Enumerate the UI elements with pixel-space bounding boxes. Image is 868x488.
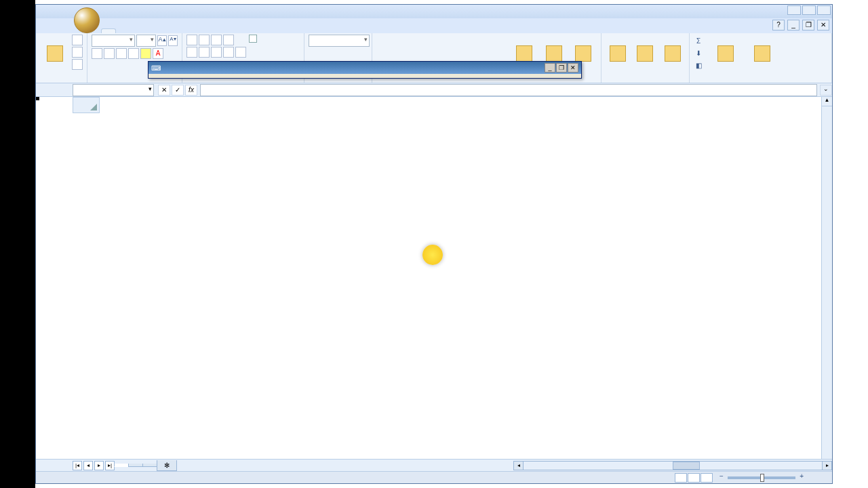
status-right (671, 473, 795, 483)
indent-inc-icon[interactable] (235, 47, 246, 58)
font-color-icon[interactable]: A (153, 48, 163, 59)
hscroll-track[interactable] (524, 462, 822, 470)
cut-icon[interactable] (72, 35, 83, 45)
format-painter-icon[interactable] (72, 59, 83, 70)
clear-button[interactable]: ◧ (694, 59, 706, 71)
shrink-font-icon[interactable]: A▾ (168, 35, 178, 46)
ribbon-window-controls: ? _ ❐ ✕ (772, 20, 829, 30)
office-button[interactable] (74, 7, 100, 33)
align-center-icon[interactable] (199, 47, 210, 58)
ribbon-close-button[interactable]: ✕ (817, 20, 829, 30)
osk-close-button[interactable]: ✕ (568, 63, 578, 73)
maximize-button[interactable] (802, 5, 816, 15)
ribbon-minimize-button[interactable]: _ (787, 20, 800, 30)
osk-minimize-button[interactable]: _ (545, 63, 555, 73)
osk-titlebar[interactable]: ⌨ _ ❐ ✕ (149, 62, 581, 74)
sheet-tab-2[interactable] (128, 464, 143, 467)
grow-font-icon[interactable]: A▴ (157, 35, 167, 46)
worksheet-grid[interactable]: ▲ (36, 97, 832, 468)
sheet-nav: |◂ ◂ ▸ ▸| (73, 461, 115, 470)
formula-bar[interactable] (200, 84, 817, 96)
cancel-formula-icon[interactable]: ✕ (158, 85, 170, 96)
sheet-prev-icon[interactable]: ◂ (83, 461, 93, 470)
minimize-button[interactable] (787, 5, 801, 15)
sigma-icon: Σ (694, 36, 703, 45)
tab-home[interactable] (101, 28, 116, 33)
help-button[interactable]: ? (772, 20, 785, 30)
new-sheet-tab[interactable]: ✻ (157, 460, 177, 471)
sort-icon (717, 45, 734, 62)
scroll-up-icon[interactable]: ▲ (822, 97, 832, 106)
border-icon[interactable] (128, 48, 139, 59)
font-name-combo[interactable] (92, 35, 135, 47)
hscroll-thumb[interactable] (673, 462, 700, 470)
styles-icon (575, 45, 591, 62)
zoom-slider[interactable] (728, 476, 795, 479)
sheet-next-icon[interactable]: ▸ (94, 461, 104, 470)
formula-bar-row: ✕ ✓ fx ⌄ (36, 83, 832, 97)
sheet-tab-1[interactable] (114, 464, 129, 467)
ribbon-tabs (36, 18, 832, 33)
wrap-text-checkbox[interactable] (249, 35, 259, 43)
sheet-tab-3[interactable] (142, 464, 157, 467)
delete-cells-button[interactable] (633, 35, 657, 73)
align-middle-icon[interactable] (199, 35, 210, 45)
find-icon (754, 45, 770, 62)
osk-maximize-button[interactable]: ❐ (556, 63, 567, 73)
scroll-right-icon[interactable]: ▸ (822, 462, 831, 470)
osk-window-controls: _ ❐ ✕ (545, 63, 578, 73)
titlebar: ▾ (36, 5, 832, 18)
paste-icon (47, 45, 63, 62)
eraser-icon: ◧ (694, 60, 703, 70)
view-normal-icon[interactable] (675, 473, 687, 483)
copy-icon[interactable] (72, 47, 83, 58)
sort-filter-button[interactable] (709, 35, 743, 73)
group-editing: Σ ⬇ ◧ (690, 33, 832, 83)
align-left-icon[interactable] (186, 47, 197, 58)
on-screen-keyboard-window[interactable]: ⌨ _ ❐ ✕ (148, 61, 582, 79)
formula-bar-expand-icon[interactable]: ⌄ (820, 85, 832, 96)
osk-app-icon: ⌨ (151, 64, 161, 72)
ribbon-restore-button[interactable]: ❐ (802, 20, 814, 30)
view-layout-icon[interactable] (688, 473, 700, 483)
find-select-button[interactable] (745, 35, 779, 73)
paste-button[interactable] (40, 35, 69, 73)
formula-buttons: ✕ ✓ fx (158, 85, 197, 96)
vertical-scrollbar[interactable]: ▲ (821, 97, 832, 468)
italic-button[interactable] (104, 48, 115, 59)
insert-cells-button[interactable] (606, 35, 630, 73)
horizontal-scrollbar[interactable]: ◂ ▸ (513, 461, 832, 470)
align-top-icon[interactable] (186, 35, 197, 45)
autosum-button[interactable]: Σ (694, 35, 706, 47)
video-letterbox-left (0, 0, 35, 488)
sheet-first-icon[interactable]: |◂ (73, 461, 82, 470)
checkbox-icon (249, 35, 257, 43)
cf-icon (516, 45, 532, 62)
font-size-combo[interactable] (136, 35, 156, 47)
name-box[interactable] (73, 84, 154, 96)
active-cell-selection (36, 97, 39, 100)
zoom-thumb[interactable] (760, 474, 764, 482)
orientation-icon[interactable] (223, 35, 234, 45)
format-cells-button[interactable] (660, 35, 685, 73)
sheet-tab-bar: |◂ ◂ ▸ ▸| ✻ ◂ ▸ (36, 459, 832, 471)
align-bottom-icon[interactable] (211, 35, 222, 45)
view-break-icon[interactable] (701, 473, 713, 483)
bold-button[interactable] (92, 48, 102, 59)
close-button[interactable] (817, 5, 831, 15)
fill-color-icon[interactable] (140, 48, 151, 59)
window-controls (787, 5, 831, 15)
scroll-left-icon[interactable]: ◂ (514, 462, 524, 470)
sheet-last-icon[interactable]: ▸| (105, 461, 115, 470)
enter-formula-icon[interactable]: ✓ (172, 85, 184, 96)
status-bar (36, 471, 832, 483)
number-format-combo[interactable] (309, 35, 370, 47)
fx-button[interactable]: fx (185, 85, 197, 96)
indent-dec-icon[interactable] (223, 47, 234, 58)
align-right-icon[interactable] (211, 47, 222, 58)
underline-button[interactable] (116, 48, 127, 59)
select-all-button[interactable] (73, 97, 100, 113)
fill-button[interactable]: ⬇ (694, 47, 706, 59)
group-clipboard (36, 33, 87, 83)
group-cells (601, 33, 690, 83)
